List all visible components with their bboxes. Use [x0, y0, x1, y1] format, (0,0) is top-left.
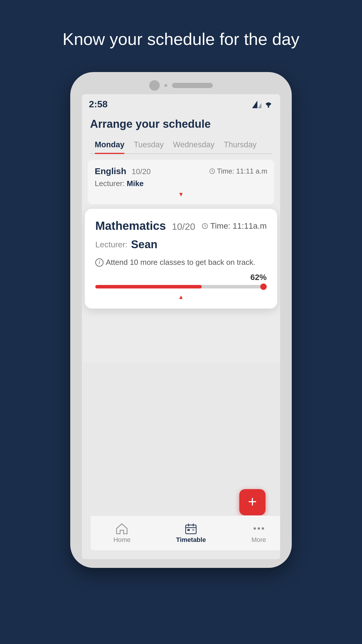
mathematics-lecturer-name: Sean	[131, 238, 158, 251]
svg-rect-5	[186, 525, 196, 534]
attendance-message: i Attend 10 more classes to get back on …	[95, 258, 267, 267]
svg-point-8	[254, 527, 256, 530]
english-time: Time: 11:11 a.m	[209, 167, 267, 175]
progress-dot	[260, 284, 267, 290]
svg-point-2	[268, 106, 269, 108]
mathematics-time: Time: 11:11a.m	[202, 221, 267, 231]
nav-item-more[interactable]: More	[252, 523, 266, 544]
english-card[interactable]: English 10/20 Time: 11:11 a.m Lecturer: …	[88, 160, 274, 204]
sensor-dots	[164, 84, 167, 87]
nav-item-home[interactable]: Home	[113, 523, 131, 544]
camera-dot	[149, 80, 160, 91]
mathematics-arrow: ▲	[95, 294, 267, 300]
english-time-text: Time: 11:11 a.m	[217, 167, 267, 175]
mathematics-lecturer-row: Lecturer: Sean	[95, 238, 267, 251]
tab-wednesday[interactable]: Wednesday	[168, 137, 219, 153]
bottom-navigation: Home Timetable More	[91, 515, 280, 550]
phone-screen: 2:58 Arrange your schedule Monday Tuesda…	[82, 94, 280, 559]
english-lecturer-name: Mike	[127, 179, 144, 188]
mathematics-card-left: Mathematics 10/20	[95, 219, 195, 232]
svg-rect-6	[187, 529, 190, 531]
mathematics-subject: Mathematics	[95, 219, 166, 232]
tab-monday[interactable]: Monday	[90, 137, 129, 153]
progress-label: 62%	[95, 273, 267, 282]
svg-rect-7	[192, 529, 194, 531]
svg-marker-1	[258, 103, 261, 108]
clock-icon-math	[202, 223, 208, 229]
speaker-bar	[172, 83, 213, 88]
signal-icon	[252, 101, 261, 108]
nav-label-more: More	[252, 536, 266, 544]
svg-point-9	[258, 527, 260, 530]
sensor-dot-1	[164, 84, 167, 87]
attendance-text: Attend 10 more classes to get back on tr…	[106, 258, 255, 267]
phone-notch	[70, 72, 292, 94]
fab-add-button[interactable]: +	[239, 489, 266, 515]
home-icon	[115, 523, 128, 534]
mathematics-card[interactable]: Mathematics 10/20 Time: 11:11a.m Lecture…	[85, 209, 277, 309]
tab-thursday[interactable]: Thursday	[219, 137, 261, 153]
info-icon: i	[95, 258, 103, 267]
svg-point-10	[262, 527, 264, 530]
english-subject: English	[95, 166, 126, 176]
mathematics-card-header: Mathematics 10/20 Time: 11:11a.m	[95, 219, 267, 232]
clock-icon-english	[209, 168, 215, 174]
nav-label-home: Home	[113, 536, 131, 544]
english-lecturer-label: Lecturer:	[95, 179, 125, 188]
mathematics-lecturer-label: Lecturer:	[95, 240, 128, 249]
fab-plus-icon: +	[248, 494, 257, 509]
tab-tuesday[interactable]: Tuesday	[129, 137, 168, 153]
status-icons	[252, 101, 273, 108]
more-icon	[252, 523, 265, 534]
english-card-header: English 10/20 Time: 11:11 a.m	[95, 166, 267, 176]
phone-frame: 2:58 Arrange your schedule Monday Tuesda…	[70, 72, 292, 568]
app-header: Arrange your schedule Monday Tuesday Wed…	[82, 112, 280, 154]
english-arrow: ▼	[95, 191, 267, 198]
mathematics-count: 10/20	[172, 221, 195, 232]
nav-label-timetable: Timetable	[176, 536, 206, 544]
mathematics-time-text: Time: 11:11a.m	[210, 221, 267, 231]
english-count: 10/20	[132, 167, 151, 176]
app-title: Arrange your schedule	[90, 118, 272, 130]
english-card-left: English 10/20	[95, 166, 151, 176]
wifi-icon	[264, 101, 273, 108]
english-lecturer-row: Lecturer: Mike	[95, 179, 267, 188]
status-bar: 2:58	[82, 94, 280, 112]
svg-marker-0	[252, 101, 257, 108]
day-tabs[interactable]: Monday Tuesday Wednesday Thursday	[90, 137, 272, 154]
hero-title: Know your schedule for the day	[63, 29, 299, 49]
arrow-down-icon: ▼	[178, 191, 184, 197]
progress-track	[95, 285, 267, 288]
schedule-content: English 10/20 Time: 11:11 a.m Lecturer: …	[82, 154, 280, 363]
progress-fill	[95, 285, 202, 288]
timetable-icon	[184, 523, 197, 534]
arrow-up-icon: ▲	[178, 294, 184, 300]
status-time: 2:58	[89, 99, 108, 110]
nav-item-timetable[interactable]: Timetable	[176, 523, 206, 544]
